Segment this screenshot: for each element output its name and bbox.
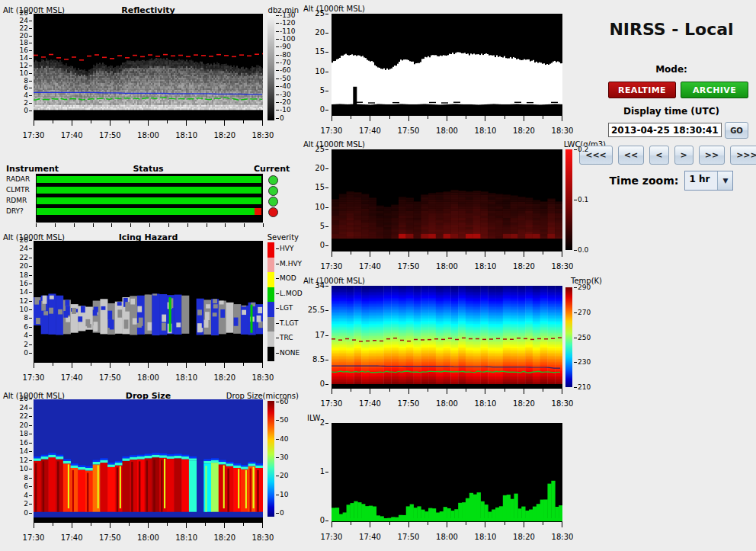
y-tick-label: 20 <box>307 28 328 37</box>
x-tick-label: 18:20 <box>212 373 238 382</box>
nirss-display: Alt (1000ft MSL) Reflectivity dbz-min In… <box>0 0 756 551</box>
y-tick-label: 0 <box>307 516 328 524</box>
y-tick-label: 10 <box>11 306 32 313</box>
display-time-label: Display time (UTC) <box>587 106 756 117</box>
drop-size-plot <box>34 399 263 533</box>
y-tick-label: 5 <box>307 222 328 230</box>
y-tick-label: 2 <box>11 500 32 508</box>
y-tick-label: 0 <box>11 509 32 517</box>
mode-label: Mode: <box>587 64 756 75</box>
x-tick-label: 18:20 <box>212 131 238 139</box>
refl-colorbar-label: -40 <box>276 82 291 90</box>
nav-forward[interactable]: >> <box>699 146 725 165</box>
instrument-name: RDMR <box>6 197 27 204</box>
y-tick-label: 20 <box>11 32 32 40</box>
y-tick-label: 17 <box>307 331 328 339</box>
y-tick-label: 2 <box>11 99 32 107</box>
nav-rewind[interactable]: << <box>618 146 644 165</box>
control-panel: NIRSS - Local Mode: REALTIME ARCHIVE Dis… <box>587 0 756 551</box>
x-tick-label: 18:30 <box>549 127 575 135</box>
x-tick-label: 18:00 <box>434 262 460 271</box>
x-tick-label: 17:30 <box>319 533 344 541</box>
y-tick-label: 12 <box>11 62 32 69</box>
y-tick-label: 5 <box>307 86 328 95</box>
status-fault-segment <box>255 208 261 215</box>
severity-segment-T.LGT <box>267 317 274 332</box>
x-tick-label: 18:00 <box>434 533 460 541</box>
y-tick-label: 6 <box>11 84 32 91</box>
severity-label: NONE <box>276 349 300 357</box>
display-time-input[interactable] <box>608 123 722 137</box>
x-tick-label: 17:50 <box>97 373 123 382</box>
status-axis-tick <box>187 223 188 227</box>
status-axis-tick <box>244 223 245 227</box>
time-zoom-select[interactable]: 1 hr ▼ <box>684 171 733 191</box>
lwc-colorbar <box>565 149 572 250</box>
status-axis-tick <box>111 223 112 227</box>
x-tick-label: 18:30 <box>250 373 276 382</box>
y-tick-label: 25 <box>307 9 328 18</box>
y-tick-label: 0 <box>307 105 328 114</box>
y-tick-label: 15 <box>307 47 328 56</box>
y-tick-label: 25 <box>307 145 328 153</box>
x-tick-label: 18:10 <box>174 373 200 382</box>
y-tick-label: 20 <box>11 421 32 429</box>
drop-colorbar-label: 50 <box>276 416 288 424</box>
nav-step-forward[interactable]: > <box>674 146 694 165</box>
status-axis-tick <box>74 223 75 227</box>
x-tick-label: 17:40 <box>357 399 383 408</box>
x-tick-label: 17:30 <box>21 131 46 139</box>
realtime-button[interactable]: REALTIME <box>608 82 676 98</box>
y-tick-label: 34 <box>307 281 328 290</box>
y-tick-label: 6 <box>11 323 32 331</box>
x-tick-label: 17:40 <box>59 373 85 382</box>
time-nav-buttons: <<<<<<>>>>>> <box>587 146 756 165</box>
y-tick-label: 22 <box>11 254 32 261</box>
y-tick-label: 16 <box>11 280 32 287</box>
x-tick-label: 17:30 <box>21 533 46 542</box>
refl-colorbar-label: -30 <box>276 91 291 98</box>
archive-button[interactable]: ARCHIVE <box>681 82 748 98</box>
y-tick-label: 20 <box>11 262 32 270</box>
y-tick-label: 26 <box>11 236 32 244</box>
x-tick-label: 17:30 <box>21 373 46 382</box>
severity-segment-TRC <box>267 332 274 347</box>
status-axis-tick <box>207 223 207 227</box>
refl-colorbar-label: -20 <box>276 98 291 106</box>
status-axis-tick <box>225 223 226 227</box>
refl-colorbar-label: -130 <box>276 11 295 19</box>
drop-colorbar-label: 40 <box>276 435 288 443</box>
y-tick-label: 4 <box>11 332 32 339</box>
refl-colorbar <box>267 14 274 120</box>
severity-segment-M.HVY <box>267 258 274 273</box>
reflectivity-plot <box>34 14 263 131</box>
y-tick-label: 25.5 <box>307 306 328 314</box>
status-axis-tick <box>36 223 37 227</box>
y-tick-label: 4 <box>11 492 32 499</box>
temperature-plot <box>332 286 562 399</box>
x-tick-label: 18:20 <box>511 533 537 541</box>
nav-step-back[interactable]: < <box>649 146 668 165</box>
current-led-RDMR <box>268 197 278 207</box>
x-tick-label: 17:50 <box>396 399 421 408</box>
y-tick-label: 16 <box>11 46 32 54</box>
severity-label: HVY <box>276 245 293 252</box>
x-tick-label: 18:20 <box>511 127 537 135</box>
refl-colorbar-label: -110 <box>276 27 295 35</box>
y-tick-label: 16 <box>11 439 32 447</box>
y-tick-label: 15 <box>307 183 328 191</box>
go-button[interactable]: GO <box>725 122 748 139</box>
x-tick-label: 17:30 <box>319 262 344 271</box>
y-tick-label: 0 <box>11 107 32 114</box>
instrument-name: DRY? <box>6 207 24 215</box>
y-tick-label: 10 <box>307 67 328 75</box>
y-tick-label: 6 <box>11 482 32 490</box>
y-tick-label: 18 <box>11 430 32 437</box>
drop-colorbar <box>267 401 274 517</box>
x-tick-label: 17:40 <box>59 131 85 139</box>
x-tick-label: 18:10 <box>472 399 498 408</box>
lwc-plot <box>332 149 562 262</box>
x-tick-label: 18:00 <box>434 127 460 135</box>
severity-label: M.HVY <box>276 260 302 267</box>
nav-fast-forward[interactable]: >>> <box>730 146 756 165</box>
